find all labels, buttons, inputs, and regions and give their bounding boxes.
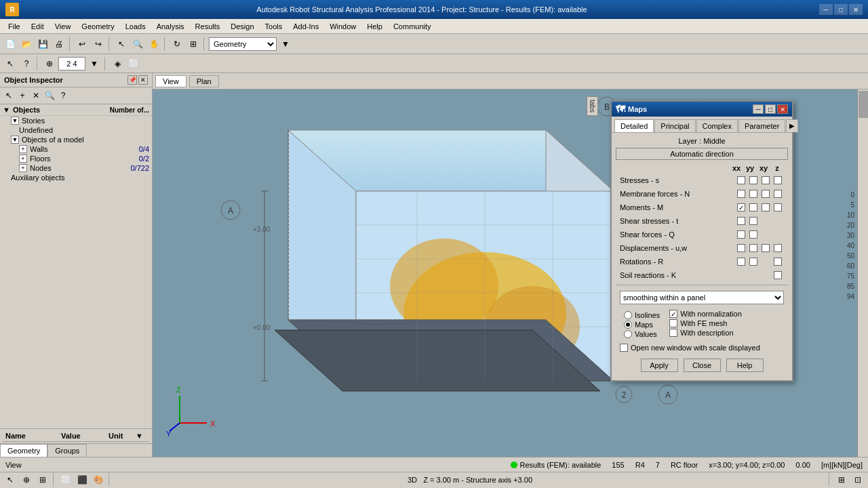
- minimize-button[interactable]: ─: [819, 4, 833, 15]
- shear-force-yy-box[interactable]: [749, 230, 757, 239]
- radio-values[interactable]: Values: [624, 330, 660, 338]
- model-expand[interactable]: ▼: [11, 136, 19, 144]
- bottom-select-btn[interactable]: ↖: [3, 472, 18, 487]
- snap-btn[interactable]: ⊕: [42, 56, 57, 71]
- shear-stress-yy-cb[interactable]: [747, 215, 760, 227]
- membrane-xx-cb[interactable]: [735, 188, 747, 200]
- moments-z-box[interactable]: [774, 203, 782, 211]
- open-window-row[interactable]: Open new window with scale displayed: [616, 342, 788, 353]
- rot-xx-cb[interactable]: [735, 256, 747, 268]
- disp-xy-box[interactable]: [762, 244, 770, 252]
- bottom-view-btn[interactable]: ⊞: [35, 472, 50, 487]
- menu-results[interactable]: Results: [190, 21, 226, 32]
- check-fe-mesh[interactable]: With FE mesh: [669, 319, 741, 327]
- disp-xy-cb[interactable]: [760, 242, 772, 254]
- floors-item[interactable]: + Floors 0/2: [0, 154, 152, 163]
- radio-values-btn[interactable]: [624, 330, 632, 338]
- obj-select-btn[interactable]: ↖: [3, 89, 15, 102]
- menu-addins[interactable]: Add-Ins: [288, 21, 324, 32]
- question-btn[interactable]: ?: [19, 56, 34, 71]
- dialog-restore-btn[interactable]: □: [765, 104, 776, 114]
- menu-community[interactable]: Community: [388, 21, 437, 32]
- moments-xx-cb[interactable]: ✓: [735, 201, 747, 214]
- stresses-z-cb[interactable]: [772, 174, 784, 186]
- rot-yy-box[interactable]: [749, 258, 757, 266]
- rot-yy-cb[interactable]: [747, 256, 760, 268]
- obj-help-btn[interactable]: ?: [57, 89, 69, 102]
- bottom-color-btn[interactable]: 🎨: [91, 472, 106, 487]
- zoom-input[interactable]: [58, 57, 85, 70]
- dialog-close-btn[interactable]: ✕: [777, 104, 788, 114]
- menu-analysis[interactable]: Analysis: [151, 21, 190, 32]
- obj-add-btn[interactable]: +: [16, 89, 28, 102]
- shear-stress-xx-cb[interactable]: [735, 215, 747, 227]
- stresses-xy-box[interactable]: [762, 176, 770, 184]
- shear-force-yy-cb[interactable]: [747, 228, 760, 241]
- shear-stress-xx-box[interactable]: [737, 217, 745, 225]
- tab-groups[interactable]: Groups: [47, 444, 87, 457]
- disp-yy-cb[interactable]: [747, 242, 760, 254]
- tab-geometry[interactable]: Geometry: [0, 444, 47, 457]
- bottom-solid-btn[interactable]: ⬛: [75, 472, 90, 487]
- tab-view[interactable]: View: [155, 75, 186, 87]
- disp-yy-box[interactable]: [749, 244, 757, 252]
- disp-z-box[interactable]: [774, 244, 782, 252]
- maps-apply-btn[interactable]: Apply: [641, 359, 678, 372]
- stories-expand[interactable]: ▼: [11, 117, 19, 125]
- stresses-yy-cb[interactable]: [747, 174, 760, 186]
- walls-item[interactable]: + Walls 0/4: [0, 144, 152, 154]
- moments-xx-box[interactable]: ✓: [737, 203, 745, 211]
- stresses-yy-box[interactable]: [749, 176, 757, 184]
- shear-stress-yy-box[interactable]: [749, 217, 757, 225]
- bottom-snap-btn[interactable]: ⊕: [19, 472, 34, 487]
- menu-file[interactable]: File: [3, 21, 26, 32]
- select-btn[interactable]: ↖: [114, 37, 129, 52]
- bottom-layout-btn[interactable]: ⊞: [834, 472, 849, 487]
- open-btn[interactable]: 📂: [19, 37, 34, 52]
- view3d-btn[interactable]: ◈: [110, 56, 125, 71]
- cursor-btn[interactable]: ↖: [3, 56, 18, 71]
- pan-btn[interactable]: ✋: [146, 37, 161, 52]
- floors-expand[interactable]: +: [19, 155, 27, 163]
- membrane-xy-box[interactable]: [762, 190, 770, 198]
- print-btn[interactable]: 🖨: [52, 37, 66, 52]
- normalization-cb-box[interactable]: ✓: [669, 310, 677, 318]
- description-cb-box[interactable]: [669, 329, 677, 337]
- membrane-xy-cb[interactable]: [760, 188, 772, 200]
- rot-xx-box[interactable]: [737, 258, 745, 266]
- radio-maps-btn[interactable]: [624, 321, 632, 329]
- walls-expand[interactable]: +: [19, 145, 27, 153]
- panel-close-btn[interactable]: ✕: [138, 75, 148, 85]
- moments-yy-box[interactable]: [749, 203, 757, 211]
- obj-delete-btn[interactable]: ✕: [30, 89, 42, 102]
- stresses-xy-cb[interactable]: [760, 174, 772, 186]
- viewtop-btn[interactable]: ⬜: [126, 56, 141, 71]
- menu-help[interactable]: Help: [361, 21, 388, 32]
- membrane-yy-cb[interactable]: [747, 188, 760, 200]
- combo-arrow[interactable]: ▼: [278, 37, 293, 52]
- membrane-z-box[interactable]: [774, 190, 782, 198]
- fit-btn[interactable]: ⊞: [186, 37, 201, 52]
- dialog-minimize-btn[interactable]: ─: [753, 104, 764, 114]
- stresses-z-box[interactable]: [774, 176, 782, 184]
- moments-xy-box[interactable]: [762, 203, 770, 211]
- new-btn[interactable]: 📄: [3, 37, 18, 52]
- maps-tab-arrow[interactable]: ▶: [786, 119, 798, 132]
- soil-z-cb[interactable]: [772, 269, 784, 281]
- rot-z-box[interactable]: [774, 258, 782, 266]
- model-item[interactable]: ▼ Objects of a model: [0, 135, 152, 144]
- maps-tab-parameter[interactable]: Parameter: [738, 119, 785, 132]
- disp-xx-cb[interactable]: [735, 242, 747, 254]
- nodes-item[interactable]: + Nodes 0/722: [0, 163, 152, 173]
- geometry-combo[interactable]: Geometry: [209, 37, 277, 51]
- rotate-btn[interactable]: ↻: [170, 37, 184, 52]
- menu-edit[interactable]: Edit: [26, 21, 50, 32]
- disp-xx-box[interactable]: [737, 244, 745, 252]
- col-sort-icon[interactable]: ▼: [136, 432, 146, 440]
- membrane-yy-box[interactable]: [749, 190, 757, 198]
- obj-search-btn[interactable]: 🔍: [43, 89, 56, 102]
- zoom-btn[interactable]: 🔍: [130, 37, 145, 52]
- membrane-z-cb[interactable]: [772, 188, 784, 200]
- maps-help-btn[interactable]: Help: [726, 359, 764, 372]
- open-window-cb[interactable]: [620, 344, 628, 352]
